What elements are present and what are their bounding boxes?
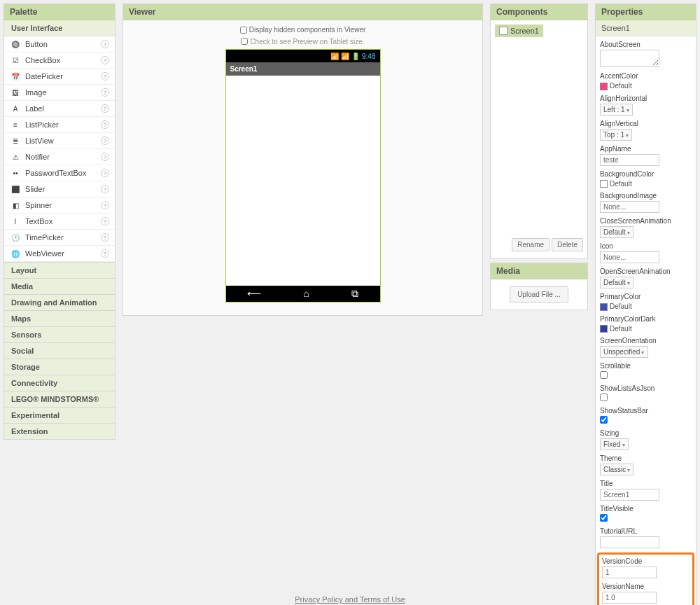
palette-category-extension[interactable]: Extension <box>4 424 115 440</box>
properties-header: Properties <box>596 4 696 20</box>
scrollable-checkbox[interactable] <box>600 371 608 379</box>
primarydark-label: PrimaryColorDark <box>600 315 692 323</box>
palette-item-slider[interactable]: ⬛Slider? <box>4 181 115 197</box>
showstatus-checkbox[interactable] <box>600 416 608 424</box>
phone-nav: ⟵ ⌂ ⧉ <box>226 286 380 302</box>
palette-category-storage[interactable]: Storage <box>4 359 115 375</box>
signal-icon: 📶 <box>341 53 349 60</box>
component-tree-root[interactable]: Screen1 <box>495 25 543 37</box>
accentcolor-value[interactable]: Default <box>610 82 632 90</box>
help-icon[interactable]: ? <box>101 137 109 145</box>
palette-item-listview[interactable]: ≣ListView? <box>4 133 115 149</box>
palette-item-image[interactable]: 🖼Image? <box>4 85 115 101</box>
palette-category-maps[interactable]: Maps <box>4 311 115 327</box>
titlevisible-label: TitleVisible <box>600 505 692 513</box>
showlists-checkbox[interactable] <box>600 394 608 401</box>
palette-item-spinner[interactable]: ◧Spinner? <box>4 197 115 214</box>
primarydark-value[interactable]: Default <box>610 325 632 333</box>
palette-item-passwordtextbox[interactable]: ••PasswordTextBox? <box>4 165 115 181</box>
closeanim-select[interactable]: Default <box>600 226 634 238</box>
palette-item-checkbox[interactable]: ☑CheckBox? <box>4 53 115 69</box>
primarydark-swatch[interactable] <box>600 325 608 333</box>
form-icon <box>499 27 507 35</box>
palette-item-webviewer[interactable]: 🌐WebViewer? <box>4 246 115 262</box>
palette-item-label: Notifier <box>25 153 101 161</box>
alignv-select[interactable]: Top : 1 <box>600 129 632 141</box>
display-hidden-checkbox[interactable] <box>240 27 247 34</box>
title-input[interactable] <box>600 489 659 501</box>
help-icon[interactable]: ? <box>101 153 109 161</box>
textbox-icon: I <box>10 216 21 227</box>
delete-button[interactable]: Delete <box>552 238 583 251</box>
palette-item-textbox[interactable]: ITextBox? <box>4 214 115 230</box>
palette-item-label: Label <box>25 104 101 113</box>
upload-file-button[interactable]: Upload File ... <box>510 286 568 302</box>
palette-category-layout[interactable]: Layout <box>4 263 115 279</box>
help-icon[interactable]: ? <box>101 56 109 64</box>
bgimage-input[interactable] <box>600 201 659 213</box>
theme-select[interactable]: Classic <box>600 464 634 475</box>
help-icon[interactable]: ? <box>101 201 109 209</box>
phone-screen[interactable] <box>226 76 380 286</box>
palette-category-lego-mindstorms-[interactable]: LEGO® MINDSTORMS® <box>4 391 115 408</box>
bgcolor-value[interactable]: Default <box>610 180 632 188</box>
titlevisible-checkbox[interactable] <box>600 514 608 522</box>
palette-item-label: Slider <box>25 185 101 193</box>
display-hidden-option[interactable]: Display hidden components in Viewer <box>240 26 366 34</box>
palette-item-label: Spinner <box>25 201 101 209</box>
palette-item-listpicker[interactable]: ≡ListPicker? <box>4 117 115 133</box>
accentcolor-label: AccentColor <box>600 72 692 80</box>
palette-item-button[interactable]: 🔘Button? <box>4 36 115 53</box>
palette-item-datepicker[interactable]: 📅DatePicker? <box>4 69 115 85</box>
help-icon[interactable]: ? <box>101 169 109 177</box>
versioncode-label: VersionCode <box>602 557 690 565</box>
tablet-preview-option[interactable]: Check to see Preview on Tablet size. <box>241 38 364 46</box>
accentcolor-swatch[interactable] <box>600 83 608 90</box>
icon-input[interactable] <box>600 251 659 263</box>
primarycolor-label: PrimaryColor <box>600 293 692 300</box>
rename-button[interactable]: Rename <box>512 238 550 251</box>
tutorialurl-input[interactable] <box>600 536 659 548</box>
sizing-select[interactable]: Fixed <box>600 438 629 450</box>
versioncode-input[interactable] <box>602 566 657 578</box>
help-icon[interactable]: ? <box>101 40 109 48</box>
aboutscreen-input[interactable] <box>600 50 659 67</box>
help-icon[interactable]: ? <box>101 233 109 242</box>
palette-category-experimental[interactable]: Experimental <box>4 408 115 424</box>
help-icon[interactable]: ? <box>101 88 109 97</box>
alignh-label: AlignHorizontal <box>600 95 692 102</box>
help-icon[interactable]: ? <box>101 217 109 225</box>
palette-item-timepicker[interactable]: 🕐TimePicker? <box>4 230 115 246</box>
palette-item-label: CheckBox <box>25 56 101 64</box>
help-icon[interactable]: ? <box>101 120 109 129</box>
primarycolor-value[interactable]: Default <box>610 302 632 310</box>
tablet-preview-checkbox[interactable] <box>241 38 248 45</box>
help-icon[interactable]: ? <box>101 249 109 258</box>
appname-input[interactable] <box>600 154 659 166</box>
screenorient-select[interactable]: Unspecified <box>600 346 648 358</box>
primarycolor-swatch[interactable] <box>600 303 608 311</box>
palette-category-connectivity[interactable]: Connectivity <box>4 375 115 391</box>
palette-item-label: TextBox <box>25 217 101 225</box>
help-icon[interactable]: ? <box>101 104 109 113</box>
bgcolor-swatch[interactable] <box>600 180 608 188</box>
palette-category-drawing-and-animation[interactable]: Drawing and Animation <box>4 295 115 311</box>
help-icon[interactable]: ? <box>101 185 109 193</box>
palette-category-media[interactable]: Media <box>4 279 115 295</box>
datepicker-icon: 📅 <box>10 71 21 82</box>
phone-statusbar: 📶 📶 🔋 9:48 <box>226 50 380 62</box>
palette-item-notifier[interactable]: ⚠Notifier? <box>4 149 115 165</box>
phone-titlebar: Screen1 <box>226 62 380 76</box>
bgimage-label: BackgroundImage <box>600 192 692 200</box>
alignh-select[interactable]: Left : 1 <box>600 104 633 116</box>
openanim-label: OpenScreenAnimation <box>600 267 692 275</box>
palette-category-ui[interactable]: User Interface <box>4 20 115 36</box>
palette-item-label[interactable]: ALabel? <box>4 101 115 117</box>
openanim-select[interactable]: Default <box>600 277 634 288</box>
privacy-link[interactable]: Privacy Policy and Terms of Use <box>295 595 405 604</box>
help-icon[interactable]: ? <box>101 72 109 81</box>
icon-label: Icon <box>600 242 692 250</box>
palette-category-sensors[interactable]: Sensors <box>4 327 115 343</box>
palette-category-social[interactable]: Social <box>4 343 115 359</box>
passwordtextbox-icon: •• <box>10 167 21 179</box>
